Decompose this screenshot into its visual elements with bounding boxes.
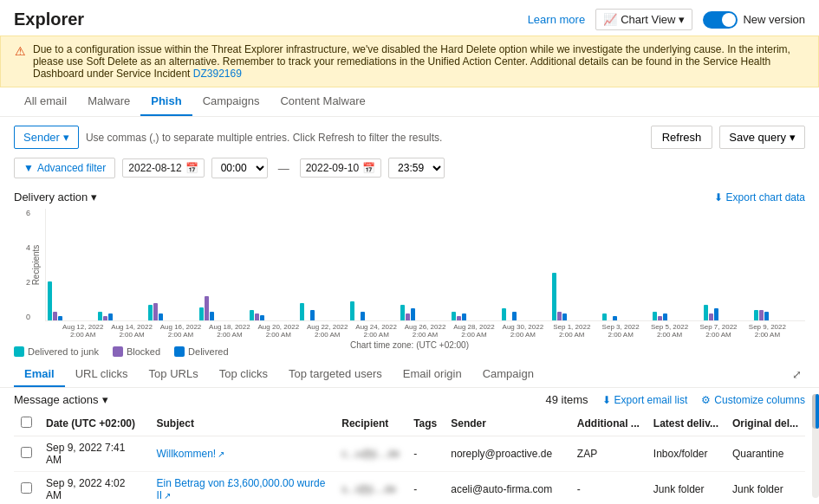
tab-campaigns[interactable]: Campaigns <box>192 87 270 116</box>
chevron-down-icon: ▾ <box>91 191 97 204</box>
bar-teal <box>199 307 204 320</box>
select-all-checkbox[interactable] <box>21 417 32 428</box>
bar-blue <box>159 313 163 320</box>
cell-additional: - <box>570 472 647 505</box>
bar-group <box>148 303 198 320</box>
bar-purple <box>658 316 662 320</box>
row-checkbox[interactable] <box>21 447 32 458</box>
bar-blue <box>562 313 567 320</box>
tab-email[interactable]: Email <box>14 362 65 387</box>
bar-teal <box>502 308 506 320</box>
delivery-action-button[interactable]: Delivery action ▾ <box>14 191 97 204</box>
col-original-delivery[interactable]: Original del... <box>725 411 805 436</box>
cell-latest-delivery: Junk folder <box>647 472 725 505</box>
warning-icon: ⚠ <box>15 44 26 58</box>
table-row: Sep 9, 2022 4:02 AM Ein Betrag von £3,60… <box>14 472 805 505</box>
header-actions: Learn more 📈 Chart View ▾ New version <box>528 9 805 30</box>
cell-subject[interactable]: Willkommen!↗ <box>150 436 335 472</box>
bar-purple <box>103 316 107 320</box>
external-link-icon: ↗ <box>218 449 224 459</box>
bar-blue <box>613 316 617 320</box>
bar-group <box>502 308 551 320</box>
date-to-input[interactable]: 2022-09-10 📅 <box>300 158 381 178</box>
tab-top-urls[interactable]: Top URLs <box>139 362 209 387</box>
cell-subject[interactable]: Ein Betrag von £3,600,000.00 wurde II↗ <box>150 472 335 505</box>
col-sender[interactable]: Sender <box>444 411 570 436</box>
export-chart-button[interactable]: ⬇ Export chart data <box>714 191 805 204</box>
bar-blue <box>512 312 517 320</box>
time-to-select[interactable]: 23:59 22:0018:0012:0006:0000:00 <box>388 158 445 178</box>
bottom-tab-list: Email URL clicks Top URLs Top clicks Top… <box>14 362 544 387</box>
message-actions-button[interactable]: Message actions ▾ <box>14 393 108 406</box>
bar-blue <box>108 313 113 320</box>
toggle-switch[interactable] <box>703 11 738 29</box>
filter-row: ▼ Advanced filter 2022-08-12 📅 00:00 01:… <box>0 158 819 187</box>
chart-timezone: Chart time zone: (UTC +02:00) <box>14 339 805 352</box>
chart-view-icon: 📈 <box>603 13 617 26</box>
x-label: Aug 26, 20222:00 AM <box>401 323 449 339</box>
col-subject[interactable]: Subject <box>150 411 335 436</box>
cell-recipient: c...u@ji....de <box>335 436 406 472</box>
bar-group <box>48 281 97 320</box>
date-separator: — <box>275 162 293 175</box>
tab-url-clicks[interactable]: URL clicks <box>65 362 139 387</box>
bar-group <box>250 310 299 320</box>
refresh-button[interactable]: Refresh <box>651 126 713 149</box>
col-additional[interactable]: Additional ... <box>570 411 647 436</box>
row-checkbox[interactable] <box>21 482 32 494</box>
bar-blue <box>260 315 264 320</box>
tab-malware[interactable]: Malware <box>77 87 140 116</box>
table-controls: Message actions ▾ 49 items ⬇ Export emai… <box>0 388 819 411</box>
table-right-controls: 49 items ⬇ Export email list ⚙ Customize… <box>545 393 805 406</box>
bar-teal <box>653 312 657 320</box>
x-label: Aug 14, 20222:00 AM <box>107 323 155 339</box>
sender-button[interactable]: Sender ▾ <box>14 126 79 149</box>
tab-top-clicks[interactable]: Top clicks <box>209 362 278 387</box>
time-from-select[interactable]: 00:00 01:0006:0012:0018:0023:00 <box>211 158 268 178</box>
export-email-list-button[interactable]: ⬇ Export email list <box>602 394 688 406</box>
x-label: Aug 20, 20222:00 AM <box>255 323 302 339</box>
toolbar: Sender ▾ Use commas (,) to separate mult… <box>0 117 819 158</box>
tab-top-targeted-users[interactable]: Top targeted users <box>278 362 393 387</box>
bar-group <box>350 301 400 320</box>
tab-all-email[interactable]: All email <box>14 87 77 116</box>
customize-columns-button[interactable]: ⚙ Customize columns <box>701 394 805 406</box>
learn-more-link[interactable]: Learn more <box>528 13 585 26</box>
col-recipient[interactable]: Recipient <box>335 411 406 436</box>
tab-email-origin[interactable]: Email origin <box>393 362 472 387</box>
app-title: Explorer <box>14 10 84 29</box>
x-label: Sep 1, 2022 2:00 AM <box>548 323 595 339</box>
advanced-filter-button[interactable]: ▼ Advanced filter <box>14 158 115 178</box>
bar-teal <box>250 310 254 320</box>
col-tags[interactable]: Tags <box>406 411 444 436</box>
email-table: Date (UTC +02:00) Subject Recipient Tags… <box>14 411 805 504</box>
chevron-down-icon: ▾ <box>790 131 796 144</box>
bar-blue <box>663 313 667 320</box>
date-from-input[interactable]: 2022-08-12 📅 <box>122 158 204 178</box>
save-query-button[interactable]: Save query ▾ <box>719 126 805 149</box>
bar-blue <box>411 308 415 320</box>
bar-teal <box>452 312 456 320</box>
bar-purple <box>457 316 461 320</box>
expand-icon[interactable]: ⤢ <box>789 365 805 384</box>
tab-campaign[interactable]: Campaign <box>472 362 544 387</box>
cell-date: Sep 9, 2022 7:41 AM <box>39 436 150 472</box>
cell-sender: aceli@auto-firma.com <box>444 472 570 505</box>
bar-teal <box>48 281 52 320</box>
col-latest-delivery[interactable]: Latest deliv... <box>647 411 725 436</box>
bar-group <box>653 312 702 320</box>
col-date[interactable]: Date (UTC +02:00) <box>39 411 150 436</box>
cell-latest-delivery: Inbox/folder <box>647 436 725 472</box>
x-label: Aug 28, 20222:00 AM <box>450 323 497 339</box>
chart-bars-area <box>45 209 805 321</box>
chevron-down-icon: ▾ <box>102 393 108 406</box>
tab-content-malware[interactable]: Content Malware <box>270 87 375 116</box>
warning-link[interactable]: DZ392169 <box>193 68 242 80</box>
chart-view-button[interactable]: 📈 Chart View ▾ <box>595 9 692 30</box>
x-label: Aug 22, 20222:00 AM <box>303 323 351 339</box>
bar-teal <box>300 303 304 320</box>
y-axis-ticks: 6420 <box>26 209 30 321</box>
bar-purple <box>709 313 713 320</box>
chevron-down-icon: ▾ <box>63 131 69 144</box>
tab-phish[interactable]: Phish <box>140 87 192 116</box>
